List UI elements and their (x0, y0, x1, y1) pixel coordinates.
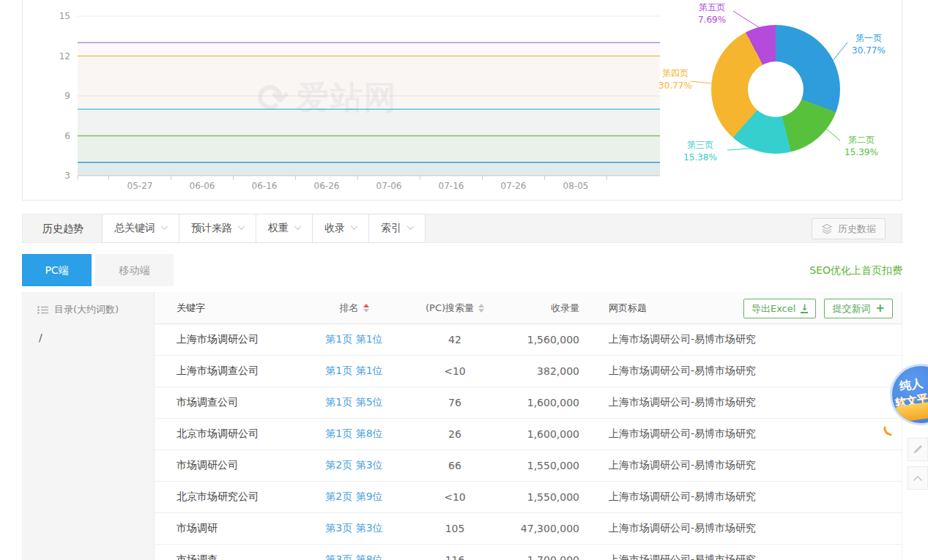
rank-link[interactable]: 第1页 第8位 (325, 428, 382, 439)
history-data-button[interactable]: 历史数据 (812, 218, 886, 239)
column-header-index-count: 收录量 (510, 302, 579, 315)
rank-cell: 第1页 第5位 (308, 396, 400, 409)
layers-icon (821, 223, 833, 235)
directory-item-root[interactable]: / (23, 316, 154, 343)
table-row: 上海市场调研公司第1页 第1位421,560,000上海市场调研公司-易博市场研… (155, 324, 902, 356)
chevron-down-icon (238, 223, 245, 230)
x-axis-tick-label: 06-06 (190, 181, 215, 191)
table-header-row: 关键字 排名 (PC)搜索量 收录量 网页标题 导出Excel (155, 292, 902, 324)
donut-label-page4: 第四页30.77% (650, 67, 701, 92)
dropdown-estimated-traffic[interactable]: 预计来路 (179, 214, 256, 243)
search-volume-cell: 26 (400, 428, 510, 440)
promo-badge[interactable]: 纯人 软文平 (887, 362, 928, 432)
y-axis-tick-label: 15 (59, 11, 70, 21)
index-count-cell: 1,550,000 (510, 460, 579, 471)
download-icon: ↓ (801, 305, 808, 313)
column-header-rank[interactable]: 排名 (308, 302, 400, 315)
sort-icons (363, 304, 369, 313)
back-to-top-button[interactable] (907, 466, 928, 490)
feedback-pencil-button[interactable] (907, 438, 928, 461)
sort-asc-icon (363, 304, 369, 307)
table-row: 市场调查公司第1页 第5位761,600,000上海市场调研公司-易博市场研究 (155, 387, 902, 419)
y-axis-tick-label: 12 (59, 51, 70, 61)
index-count-cell: 1,600,000 (510, 397, 579, 408)
keyword-cell: 北京市场研究公司 (155, 490, 308, 504)
x-axis-tick-label: 07-06 (376, 181, 402, 191)
rank-link[interactable]: 第1页 第5位 (325, 396, 382, 408)
submit-keyword-button[interactable]: 提交新词 + (824, 299, 893, 318)
x-axis-tick-label: 06-26 (314, 181, 340, 191)
x-axis-tick-label: 07-26 (501, 181, 527, 191)
keyword-cell: 市场调研 (155, 522, 308, 535)
page-title-cell: 上海市场调研公司-易博市场研究 (579, 428, 902, 441)
index-count-cell: 1,600,000 (510, 428, 579, 440)
rank-link[interactable]: 第3页 第8位 (325, 553, 382, 560)
index-count-cell: 1,700,000 (510, 554, 579, 560)
export-excel-button[interactable]: 导出Excel ↓ (743, 299, 817, 318)
index-count-cell: 1,550,000 (510, 491, 579, 503)
seo-promo-link[interactable]: SEO优化上首页扣费 (809, 254, 902, 286)
table-row: 北京市场调研公司第1页 第8位261,600,000上海市场调研公司-易博市场研… (155, 419, 902, 450)
rank-cell: 第2页 第9位 (308, 490, 400, 504)
keyword-table-panel: 目录(大约词数) / 关键字 排名 (PC)搜索量 收录量 网页标题 (22, 292, 902, 560)
x-axis-tick-label: 08-05 (563, 181, 589, 191)
rank-link[interactable]: 第2页 第3位 (325, 459, 382, 471)
keyword-cell: 上海市场调查公司 (155, 365, 308, 378)
table-row: 北京市场研究公司第2页 第9位<101,550,000上海市场调研公司-易博市场… (155, 482, 902, 513)
table-row: 市场调查第3页 第8位1161,700,000上海市场调研公司-易博市场研究 (155, 545, 902, 560)
keyword-cell: 市场调研公司 (155, 459, 308, 472)
search-volume-cell: 66 (400, 460, 510, 471)
search-volume-cell: 105 (400, 523, 510, 534)
page-title-cell: 上海市场调研公司-易博市场研究 (579, 365, 902, 378)
table-row: 市场调研第3页 第3位10547,300,000上海市场调研公司-易博市场研究 (155, 513, 902, 545)
sort-asc-icon (478, 304, 484, 307)
rank-cell: 第2页 第3位 (308, 459, 400, 472)
rank-cell: 第1页 第1位 (308, 333, 400, 346)
donut-leader-lines (645, 0, 903, 201)
chevron-up-icon (912, 474, 924, 482)
filter-bar: 历史趋势 总关键词 预计来路 权重 收录 索引 历史数据 (22, 214, 902, 243)
sort-desc-icon (363, 309, 369, 313)
column-header-search-volume[interactable]: (PC)搜索量 (400, 302, 510, 315)
rank-cell: 第1页 第1位 (308, 365, 400, 378)
rank-link[interactable]: 第1页 第1位 (325, 333, 382, 345)
page-title-cell: 上海市场调研公司-易博市场研究 (579, 553, 902, 560)
keyword-cell: 上海市场调研公司 (155, 333, 308, 346)
directory-sidebar: 目录(大约词数) / (23, 292, 155, 560)
page-title-cell: 上海市场调研公司-易博市场研究 (579, 522, 902, 535)
rank-page-donut-chart: 第一页30.77% 第二页15.39% 第三页15.38% 第四页30.77% … (645, 0, 903, 201)
index-count-cell: 1,560,000 (510, 334, 579, 346)
search-volume-cell: 116 (400, 554, 510, 560)
y-axis-tick-label: 6 (64, 131, 70, 141)
table-body: 上海市场调研公司第1页 第1位421,560,000上海市场调研公司-易博市场研… (155, 324, 902, 560)
dropdown-total-keywords[interactable]: 总关键词 (102, 214, 179, 243)
search-volume-cell: 76 (400, 397, 510, 408)
dropdown-index[interactable]: 索引 (369, 214, 426, 243)
dropdown-weight[interactable]: 权重 (256, 214, 313, 243)
tab-mobile[interactable]: 移动端 (95, 254, 174, 286)
rank-link[interactable]: 第2页 第9位 (325, 490, 382, 502)
sort-icons (478, 304, 484, 313)
trend-area-fill (78, 163, 660, 176)
column-header-keyword: 关键字 (155, 302, 308, 315)
history-trend-label: 历史趋势 (42, 214, 83, 242)
rank-link[interactable]: 第1页 第1位 (325, 365, 382, 376)
metric-dropdown-group: 总关键词 预计来路 权重 收录 索引 (102, 214, 426, 243)
rank-cell: 第3页 第3位 (308, 522, 400, 535)
keyword-cell: 市场调查 (155, 553, 308, 560)
page-title-cell: 上海市场调研公司-易博市场研究 (579, 333, 902, 346)
chevron-down-icon (161, 223, 168, 230)
device-tabs: PC端 移动端 SEO优化上首页扣费 (22, 254, 902, 286)
chevron-down-icon (294, 223, 302, 230)
trend-chart-panel: 369121505-2706-0606-1606-2607-0607-1607-… (22, 0, 902, 201)
y-axis-tick-label: 9 (64, 91, 70, 101)
donut-label-page5: 第五页7.69% (689, 1, 735, 26)
sort-desc-icon (478, 309, 484, 313)
tab-pc[interactable]: PC端 (22, 254, 92, 286)
x-axis-tick-label: 05-27 (127, 181, 153, 191)
table-row: 市场调研公司第2页 第3位661,550,000上海市场调研公司-易博市场研究 (155, 450, 902, 482)
page-title-cell: 上海市场调研公司-易博市场研究 (579, 396, 902, 409)
rank-link[interactable]: 第3页 第3位 (325, 522, 382, 534)
keyword-cell: 市场调查公司 (155, 396, 308, 409)
dropdown-included[interactable]: 收录 (313, 214, 369, 243)
